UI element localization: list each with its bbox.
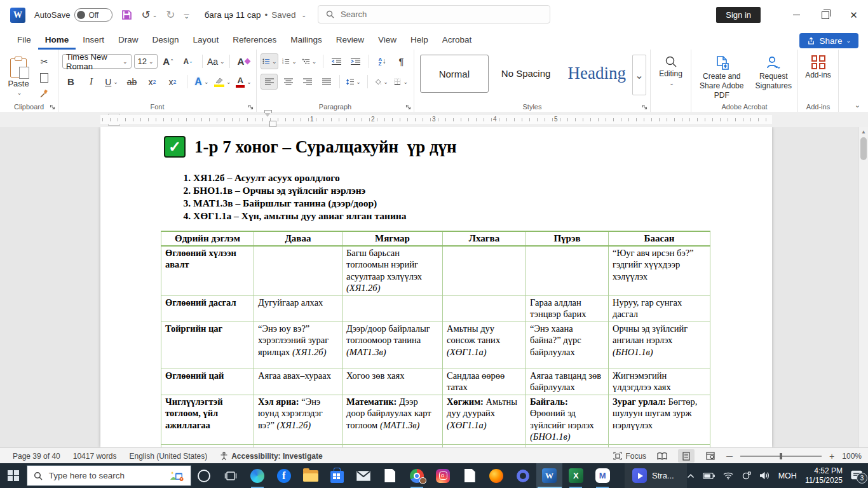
table-cell[interactable]: Хөгжим: Амьтны дуу дуурайх (ХӨГ1.1а) bbox=[443, 395, 526, 444]
table-cell[interactable]: Дээр/доор байрлалыг тоглоомоор танина (М… bbox=[342, 322, 443, 369]
learning-outcomes-list[interactable]: ХЯ1.2б – Асуулт асуух оролдлогоБНО1.1в –… bbox=[177, 172, 407, 222]
battery-icon[interactable] bbox=[703, 473, 715, 479]
table-cell[interactable] bbox=[443, 246, 526, 296]
change-case-button[interactable]: Aa⌄ bbox=[207, 53, 224, 69]
tab-references[interactable]: References bbox=[226, 31, 283, 50]
scroll-up-icon[interactable]: ▲ bbox=[859, 127, 868, 136]
instagram-icon[interactable] bbox=[430, 463, 457, 488]
minimize-button[interactable] bbox=[782, 0, 811, 30]
table-cell[interactable]: Багш барьсан тоглоомын нэрийг асуултаар … bbox=[342, 246, 443, 296]
list-item[interactable]: ХЯ1.2б – Асуулт асуух оролдлого bbox=[193, 172, 407, 184]
highlight-color-button[interactable]: ⌄ bbox=[214, 74, 232, 90]
tab-mailings[interactable]: Mailings bbox=[283, 31, 329, 50]
table-cell[interactable]: Зураг урлал: Бөгтөр, шулуун шугам зурж н… bbox=[609, 395, 710, 444]
collapse-ribbon-icon[interactable]: ⌄ bbox=[855, 101, 860, 109]
chrome-icon[interactable] bbox=[403, 463, 430, 488]
font-dialog-launcher[interactable] bbox=[248, 104, 254, 110]
table-cell[interactable]: Гараа алдлан тэнцвэр барих bbox=[526, 295, 609, 322]
zoom-level[interactable]: 100% bbox=[842, 452, 862, 461]
speaker-icon[interactable] bbox=[759, 471, 770, 480]
table-cell[interactable]: Жигнэмэгийн үлдэгдлээ хаях bbox=[609, 369, 710, 395]
column-header-cell[interactable]: Пүрэв bbox=[526, 231, 609, 246]
table-cell[interactable]: “Энэ хаана байна?” дүрс байрлуулах bbox=[526, 322, 609, 369]
restore-button[interactable] bbox=[811, 0, 839, 30]
print-layout-button[interactable] bbox=[678, 449, 695, 463]
page-indicator[interactable]: Page 39 of 40 bbox=[13, 452, 60, 461]
bold-button[interactable]: B bbox=[62, 74, 79, 90]
first-line-indent-marker[interactable] bbox=[264, 112, 271, 117]
table-cell[interactable] bbox=[526, 246, 609, 296]
share-button[interactable]: Share ⌄ bbox=[799, 33, 858, 48]
style-heading[interactable]: Heading bbox=[563, 55, 630, 92]
ring-app-icon[interactable] bbox=[510, 463, 536, 488]
line-spacing-button[interactable]: ⌄ bbox=[344, 74, 363, 90]
excel-taskbar-icon[interactable]: X bbox=[562, 463, 589, 488]
tab-home[interactable]: Home bbox=[38, 31, 76, 50]
clear-formatting-button[interactable]: A bbox=[235, 53, 252, 69]
notepad-icon[interactable] bbox=[377, 463, 403, 488]
tab-review[interactable]: Review bbox=[329, 31, 371, 50]
table-cell[interactable]: Хогоо зөв хаях bbox=[342, 369, 443, 395]
tab-help[interactable]: Help bbox=[403, 31, 435, 50]
tab-file[interactable]: File bbox=[10, 31, 38, 50]
facebook-icon[interactable]: f bbox=[271, 463, 297, 488]
teams-status-icon[interactable] bbox=[742, 471, 751, 480]
table-cell[interactable]: Орчны эд зүйлсийг ангилан нэрлэх (БНО1.1… bbox=[609, 322, 710, 369]
table-cell[interactable]: Байгаль: Өрөөний эд зүйлсийг нэрлэх (БНО… bbox=[526, 395, 609, 444]
zoom-in-button[interactable]: + bbox=[829, 451, 834, 461]
table-cell[interactable]: Аягаа тавцанд зөв байрлуулах bbox=[526, 369, 609, 395]
word-app-icon[interactable]: W bbox=[10, 8, 25, 23]
align-right-button[interactable] bbox=[299, 74, 316, 90]
table-cell[interactable] bbox=[342, 295, 443, 322]
column-header-cell[interactable]: Баасан bbox=[609, 231, 710, 246]
tab-design[interactable]: Design bbox=[146, 31, 186, 50]
zoom-slider[interactable] bbox=[740, 456, 822, 457]
save-icon[interactable] bbox=[121, 10, 132, 20]
clipboard-dialog-launcher[interactable] bbox=[50, 104, 55, 110]
cortana-button[interactable] bbox=[191, 463, 218, 488]
language-indicator[interactable]: МОН bbox=[778, 471, 797, 480]
multilevel-list-button[interactable]: ⌄ bbox=[301, 53, 318, 69]
undo-icon[interactable]: ↺⌄ bbox=[141, 8, 157, 22]
styles-dialog-launcher[interactable] bbox=[642, 104, 648, 110]
decrease-indent-button[interactable] bbox=[328, 53, 345, 69]
autosave-toggle[interactable]: AutoSave Off bbox=[34, 8, 112, 22]
strikethrough-button[interactable]: ab bbox=[123, 74, 140, 90]
table-cell[interactable]: “Энэ юу вэ?” хэрэглээний зураг ярилцах (… bbox=[254, 322, 342, 369]
mail-icon[interactable] bbox=[350, 463, 377, 488]
style-normal[interactable]: Normal bbox=[420, 55, 489, 93]
web-layout-button[interactable] bbox=[702, 449, 719, 463]
create-share-pdf-button[interactable]: Create and Share Adobe PDF bbox=[695, 53, 748, 100]
table-cell[interactable]: Нуруу, гар сунгах дасгал bbox=[609, 295, 710, 322]
file-explorer-icon[interactable] bbox=[297, 463, 324, 488]
align-left-button[interactable] bbox=[261, 74, 278, 90]
align-center-button[interactable] bbox=[280, 74, 297, 90]
read-mode-button[interactable] bbox=[654, 449, 670, 463]
start-button[interactable] bbox=[0, 463, 27, 488]
editing-button[interactable]: Editing ⌄ bbox=[654, 53, 687, 87]
text-effects-button[interactable]: A⌄ bbox=[193, 74, 210, 90]
taskbar-search-input[interactable]: Type here to search bbox=[27, 465, 191, 486]
row-header-cell[interactable]: Өглөөний дасгал bbox=[161, 295, 254, 322]
column-header-cell[interactable]: Мягмар bbox=[342, 231, 443, 246]
word-taskbar-icon[interactable]: W bbox=[536, 463, 563, 488]
tab-acrobat[interactable]: Acrobat bbox=[435, 31, 479, 50]
underline-button[interactable]: U⌄ bbox=[103, 74, 120, 90]
language-indicator[interactable]: English (United States) bbox=[129, 452, 207, 461]
document-heading[interactable]: ✓ 1-р 7 хоног – Суралцахуйн үр дүн bbox=[164, 136, 457, 158]
row-header-cell[interactable]: Тойргийн цаг bbox=[161, 322, 254, 369]
cut-icon[interactable]: ✂ bbox=[36, 55, 53, 69]
tab-layout[interactable]: Layout bbox=[186, 31, 226, 50]
superscript-button[interactable]: x2 bbox=[164, 74, 181, 90]
show-formatting-button[interactable]: ¶ bbox=[393, 53, 410, 69]
shrink-font-button[interactable]: A⌄ bbox=[180, 53, 197, 69]
tab-insert[interactable]: Insert bbox=[76, 31, 111, 50]
table-cell[interactable]: Амьтны дуу сонсож таних (ХӨГ1.1а) bbox=[443, 322, 526, 369]
copy-icon[interactable] bbox=[36, 71, 53, 85]
table-cell[interactable]: Хэл яриа: “Энэ юунд хэрэглэдэг вэ?” (ХЯ1… bbox=[254, 395, 342, 444]
shading-button[interactable]: ⌄ bbox=[372, 74, 390, 90]
sort-button[interactable]: AZ↓ bbox=[374, 53, 391, 69]
edge-icon[interactable] bbox=[244, 463, 271, 488]
table-cell[interactable] bbox=[443, 295, 526, 322]
list-item[interactable]: МАТ1.3в – Байршлыг танина (дээр/доор) bbox=[193, 197, 407, 210]
